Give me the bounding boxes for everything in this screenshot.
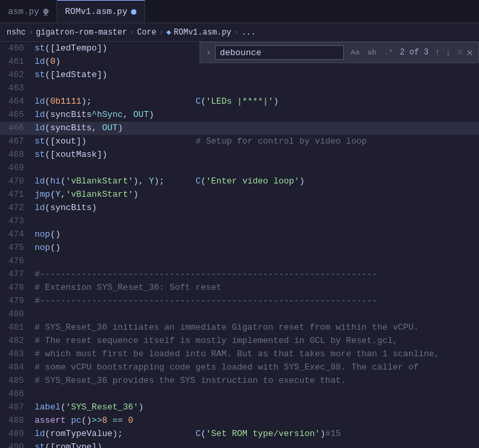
table-row: 471 jmp(Y,'vBlankStart') xyxy=(0,188,479,201)
search-close-btn[interactable]: ✕ xyxy=(466,46,473,59)
search-whole-word-btn[interactable]: ab xyxy=(365,47,379,58)
search-navigation: ↑ ↓ xyxy=(432,47,453,58)
search-count: 2 of 3 xyxy=(400,48,428,57)
table-row: 479 #-----------------------------------… xyxy=(0,294,479,308)
table-row: 489 ld(romTypeValue); C('Set ROM type/ve… xyxy=(0,427,479,441)
table-row: 470 ld(hi('vBlankStart'), Y); C('Enter v… xyxy=(0,175,479,188)
search-case-sensitive-btn[interactable]: Aa xyxy=(348,47,362,58)
table-row: 487 label('SYS_Reset_36') xyxy=(0,401,479,414)
table-row: 484 # some vCPU bootstrapping code gets … xyxy=(0,361,479,374)
breadcrumb-core[interactable]: Core xyxy=(137,28,156,37)
search-expand-icon[interactable]: › xyxy=(206,47,211,58)
table-row: 468 st([xoutMask]) xyxy=(0,148,479,162)
search-bar: › Aa ab .* 2 of 3 ↑ ↓ ≡ ✕ xyxy=(200,42,479,63)
table-row: 466 ld(syncBits, OUT) xyxy=(0,122,479,135)
table-row: 481 # SYS_Reset_36 initiates an immediat… xyxy=(0,321,479,334)
table-row: 475 nop() xyxy=(0,241,479,255)
breadcrumb-dots[interactable]: ... xyxy=(241,28,256,37)
search-next-btn[interactable]: ↓ xyxy=(444,47,453,58)
search-regex-btn[interactable]: .* xyxy=(382,47,396,58)
tab-asm-py-label: asm.py xyxy=(8,7,39,17)
search-input[interactable] xyxy=(215,45,344,60)
tab-romv1-asm-py[interactable]: ROMv1.asm.py xyxy=(57,0,146,23)
table-row: 467 st([xout]) # Setup for control by vi… xyxy=(0,135,479,148)
table-row: 462 st([ledState]) xyxy=(0,68,479,82)
table-row: 480 xyxy=(0,308,479,321)
table-row: 486 xyxy=(0,388,479,401)
table-row: 469 xyxy=(0,162,479,175)
breadcrumb-file-icon: ◆ xyxy=(166,27,171,37)
search-prev-btn[interactable]: ↑ xyxy=(432,47,442,58)
table-row: 482 # The reset sequence itself is mostl… xyxy=(0,334,479,348)
table-row: 485 # SYS_Reset_36 provides the SYS inst… xyxy=(0,374,479,388)
table-row: 472 ld(syncBits) xyxy=(0,201,479,215)
table-row: 488 assert pc()>>8 == 0 xyxy=(0,414,479,427)
tab-bar: asm.py ✕ ROMv1.asm.py xyxy=(0,0,479,23)
table-row: 473 xyxy=(0,215,479,228)
table-row: 465 ld(syncBits^hSync, OUT) xyxy=(0,108,479,122)
tab-romv1-modified-dot xyxy=(131,9,136,15)
table-row: 476 xyxy=(0,255,479,268)
search-options: Aa ab .* xyxy=(348,47,396,58)
table-row: 478 # Extension SYS_Reset_36: Soft reset xyxy=(0,281,479,294)
breadcrumb-file[interactable]: ROMv1.asm.py xyxy=(174,28,231,37)
breadcrumb: nshc › gigatron-rom-master › Core › ◆ RO… xyxy=(0,23,479,42)
table-row: 490 st([romType]) xyxy=(0,441,479,448)
table-row: 483 # which must first be loaded into RA… xyxy=(0,348,479,361)
table-row: 464 ld(0b1111); C('LEDs |****|') xyxy=(0,95,479,108)
tab-asm-py-close-icon[interactable]: ✕ xyxy=(43,9,49,14)
breadcrumb-nshc[interactable]: nshc xyxy=(7,28,26,37)
code-editor[interactable]: 460 st([ledTempo]) 461 ld(0) 462 st([led… xyxy=(0,42,479,448)
table-row: 463 xyxy=(0,82,479,95)
tab-asm-py[interactable]: asm.py ✕ xyxy=(0,0,57,23)
breadcrumb-gigatron[interactable]: gigatron-rom-master xyxy=(36,28,127,37)
table-row: 474 nop() xyxy=(0,228,479,241)
tab-romv1-asm-py-label: ROMv1.asm.py xyxy=(65,7,128,17)
table-row: 477 #-----------------------------------… xyxy=(0,268,479,281)
search-divider: ≡ xyxy=(457,47,462,58)
